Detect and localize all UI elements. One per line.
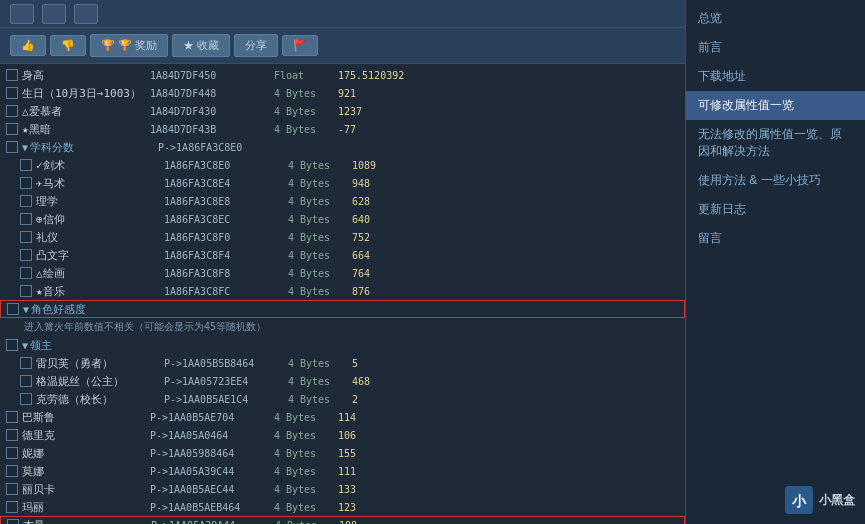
checkbox[interactable] <box>20 375 32 387</box>
checkbox[interactable] <box>20 177 32 189</box>
checkbox[interactable] <box>7 303 19 315</box>
checkbox[interactable] <box>6 411 18 423</box>
sidebar-item-3[interactable]: 可修改属性值一览 <box>686 91 865 120</box>
table-row[interactable]: △绘画1A86FA3C8F84 Bytes764 <box>0 264 685 282</box>
mem-type: 4 Bytes <box>274 466 334 477</box>
checkbox[interactable] <box>20 213 32 225</box>
table-row[interactable]: ▼学科分数P->1A86FA3C8E0 <box>0 138 685 156</box>
note-text: 进入篝火年前数值不相关（可能会显示为45等随机数） <box>24 320 266 334</box>
table-row[interactable]: 礼仪1A86FA3C8F04 Bytes752 <box>0 228 685 246</box>
flag-button[interactable]: 🚩 <box>282 35 318 56</box>
dislike-button[interactable]: 👎 <box>50 35 86 56</box>
table-row[interactable]: ★黑暗1A84D7DF43B4 Bytes-77 <box>0 120 685 138</box>
mem-value: 155 <box>338 448 356 459</box>
table-row[interactable]: ★音乐1A86FA3C8FC4 Bytes876 <box>0 282 685 300</box>
mem-type: 4 Bytes <box>288 196 348 207</box>
table-row[interactable]: 玛丽P->1AA0B5AEB4644 Bytes123 <box>0 498 685 516</box>
award-button[interactable]: 🏆 🏆 奖励 <box>90 34 168 57</box>
table-row[interactable]: 莫娜P->1AA05A39C444 Bytes111 <box>0 462 685 480</box>
mem-value: 628 <box>352 196 370 207</box>
expand-icon[interactable]: ▼ <box>22 340 28 351</box>
checkbox[interactable] <box>20 357 32 369</box>
sidebar-item-5[interactable]: 使用方法 & 一些小技巧 <box>686 166 865 195</box>
sidebar-items: 总览前言下载地址可修改属性值一览无法修改的属性值一览、原因和解决方法使用方法 &… <box>686 0 865 257</box>
mem-addr: 1A86FA3C8F0 <box>164 232 284 243</box>
checkbox[interactable] <box>7 519 19 524</box>
mem-type: 4 Bytes <box>288 376 348 387</box>
checkbox[interactable] <box>20 267 32 279</box>
table-row[interactable]: 理学1A86FA3C8E84 Bytes628 <box>0 192 685 210</box>
memory-area[interactable]: 身高1A84D7DF450Float175.5120392生日（10月3日→10… <box>0 64 685 524</box>
checkbox[interactable] <box>6 339 18 351</box>
mem-name: △爱慕者 <box>22 104 142 119</box>
checkbox[interactable] <box>20 249 32 261</box>
table-row[interactable]: 凸文字1A86FA3C8F44 Bytes664 <box>0 246 685 264</box>
mem-value: 1089 <box>352 160 376 171</box>
table-row[interactable]: 妮娜P->1AA059884644 Bytes155 <box>0 444 685 462</box>
checkbox[interactable] <box>6 429 18 441</box>
flag-icon: 🚩 <box>293 39 307 52</box>
checkbox[interactable] <box>6 141 18 153</box>
table-row[interactable]: ▼角色好感度 <box>0 300 685 318</box>
sidebar-item-1[interactable]: 前言 <box>686 33 865 62</box>
checkbox[interactable] <box>6 483 18 495</box>
sidebar-item-7[interactable]: 留言 <box>686 224 865 253</box>
checkbox[interactable] <box>20 285 32 297</box>
table-row[interactable]: ✓剑术1A86FA3C8E04 Bytes1089 <box>0 156 685 174</box>
expand-icon[interactable]: ▼ <box>22 142 28 153</box>
table-row[interactable]: 巴斯鲁P->1AA0B5AE7044 Bytes114 <box>0 408 685 426</box>
mem-name: 玛丽 <box>22 500 142 515</box>
table-row[interactable]: 格温妮丝（公主）P->1AA05723EE44 Bytes468 <box>0 372 685 390</box>
mem-addr: 1A86FA3C8F4 <box>164 250 284 261</box>
table-row[interactable]: △爱慕者1A84D7DF4304 Bytes1237 <box>0 102 685 120</box>
share-button[interactable]: 分享 <box>234 34 278 57</box>
table-row[interactable]: ✈马术1A86FA3C8E44 Bytes948 <box>0 174 685 192</box>
checkbox[interactable] <box>6 87 18 99</box>
mem-type: 4 Bytes <box>274 502 334 513</box>
collect-button[interactable]: ★ 收藏 <box>172 34 230 57</box>
checkbox[interactable] <box>6 501 18 513</box>
mem-value: 108 <box>339 520 357 525</box>
sidebar-item-2[interactable]: 下载地址 <box>686 62 865 91</box>
sidebar-item-4[interactable]: 无法修改的属性值一览、原因和解决方法 <box>686 120 865 166</box>
sidebar-item-6[interactable]: 更新日志 <box>686 195 865 224</box>
table-row[interactable]: ▼领主 <box>0 336 685 354</box>
table-row[interactable]: 进入篝火年前数值不相关（可能会显示为45等随机数） <box>0 318 685 336</box>
top-btn-3[interactable] <box>74 4 98 24</box>
checkbox[interactable] <box>20 393 32 405</box>
sidebar-item-0[interactable]: 总览 <box>686 4 865 33</box>
logo-icon: 小 <box>785 486 813 514</box>
table-row[interactable]: 生日（10月3日→1003）1A84D7DF4484 Bytes921 <box>0 84 685 102</box>
mem-type: 4 Bytes <box>288 178 348 189</box>
table-row[interactable]: 克劳德（校长）P->1AA0B5AE1C44 Bytes2 <box>0 390 685 408</box>
mem-type: 4 Bytes <box>288 232 348 243</box>
table-row[interactable]: 德里克P->1AA05A04644 Bytes106 <box>0 426 685 444</box>
table-row[interactable]: 杰曼P->1AA05A39A444 Bytes108 <box>0 516 685 524</box>
like-button[interactable]: 👍 <box>10 35 46 56</box>
checkbox[interactable] <box>6 105 18 117</box>
table-row[interactable]: ⊕信仰1A86FA3C8EC4 Bytes640 <box>0 210 685 228</box>
mem-name: 学科分数 <box>30 140 150 155</box>
checkbox[interactable] <box>20 231 32 243</box>
mem-value: 5 <box>352 358 358 369</box>
mem-value: 640 <box>352 214 370 225</box>
top-btn-2[interactable] <box>42 4 66 24</box>
mem-addr: 1A84D7DF430 <box>150 106 270 117</box>
expand-icon[interactable]: ▼ <box>23 304 29 315</box>
checkbox[interactable] <box>6 447 18 459</box>
mem-addr: P->1AA05A39C44 <box>150 466 270 477</box>
mem-addr: P->1A86FA3C8E0 <box>158 142 278 153</box>
top-btn-1[interactable] <box>10 4 34 24</box>
main-content: 👍 👎 🏆 🏆 奖励 ★ 收藏 分享 🚩 身高1A84D7DF450Float1… <box>0 0 685 524</box>
checkbox[interactable] <box>20 159 32 171</box>
top-bar <box>0 0 685 28</box>
checkbox[interactable] <box>6 465 18 477</box>
checkbox[interactable] <box>20 195 32 207</box>
table-row[interactable]: 丽贝卡P->1AA0B5AEC444 Bytes133 <box>0 480 685 498</box>
mem-name: 杰曼 <box>23 518 143 525</box>
table-row[interactable]: 身高1A84D7DF450Float175.5120392 <box>0 66 685 84</box>
checkbox[interactable] <box>6 123 18 135</box>
table-row[interactable]: 雷贝芙（勇者）P->1AA05B5B84644 Bytes5 <box>0 354 685 372</box>
mem-type: 4 Bytes <box>288 268 348 279</box>
checkbox[interactable] <box>6 69 18 81</box>
